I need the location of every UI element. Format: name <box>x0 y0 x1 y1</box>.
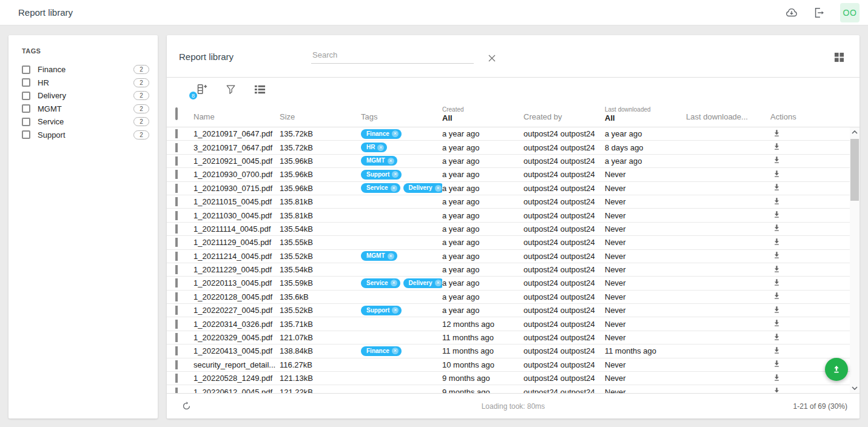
chip-remove-icon[interactable]: × <box>388 158 394 164</box>
table-row[interactable]: 1_20210921_0045.pdf 135.96kB MGMT× a yea… <box>167 155 860 168</box>
row-checkbox[interactable] <box>175 346 178 355</box>
download-icon[interactable] <box>772 155 782 166</box>
row-checkbox[interactable] <box>175 252 178 261</box>
download-icon[interactable] <box>772 291 782 301</box>
tag-checkbox[interactable] <box>22 130 30 139</box>
table-row[interactable]: security_report_detail... 116.27kB 10 mo… <box>167 358 860 372</box>
col-tags[interactable]: Tags <box>361 112 442 127</box>
table-row[interactable]: 3_20210917_0647.pdf 135.72kB HR× a year … <box>167 141 860 154</box>
row-checkbox[interactable] <box>175 170 178 179</box>
table-row[interactable]: 1_20220113_0045.pdf 135.59kB Service×Del… <box>167 277 860 290</box>
table-row[interactable]: 1_20220329_0045.pdf 121.07kB 11 months a… <box>167 331 860 345</box>
close-icon[interactable] <box>485 51 499 66</box>
download-icon[interactable] <box>772 250 782 261</box>
chip-remove-icon[interactable]: × <box>392 171 399 178</box>
chip-remove-icon[interactable]: × <box>391 185 397 192</box>
download-icon[interactable] <box>772 128 782 139</box>
download-icon[interactable] <box>772 345 782 356</box>
tag-chip[interactable]: Delivery× <box>403 278 442 288</box>
col-size[interactable]: Size <box>280 112 361 127</box>
tag-checkbox[interactable] <box>22 118 30 126</box>
tag-chip[interactable]: MGMT× <box>361 251 397 261</box>
tag-chip[interactable]: HR× <box>361 143 387 152</box>
table-row[interactable]: 1_20210930_0715.pdf 135.96kB Service×Del… <box>167 182 860 195</box>
download-icon[interactable] <box>772 223 782 234</box>
row-checkbox[interactable] <box>175 374 178 383</box>
table-row[interactable]: 1_20220528_1249.pdf 121.13kB 9 months ag… <box>167 372 860 385</box>
chip-remove-icon[interactable]: × <box>435 280 442 286</box>
row-checkbox[interactable] <box>175 292 178 301</box>
table-row[interactable]: 1_20211229_0045.pdf 135.54kB a year ago … <box>167 263 860 277</box>
tag-chip[interactable]: Support× <box>361 170 402 180</box>
row-checkbox[interactable] <box>175 197 178 206</box>
download-icon[interactable] <box>772 372 782 383</box>
tag-chip[interactable]: MGMT× <box>361 156 397 166</box>
search-input[interactable] <box>311 49 474 64</box>
table-row[interactable]: 1_20220413_0045.pdf 138.84kB Finance× 11… <box>167 345 860 358</box>
tag-chip[interactable]: Service× <box>361 278 400 288</box>
download-icon[interactable] <box>772 318 782 329</box>
tag-checkbox[interactable] <box>22 104 30 113</box>
table-row[interactable]: 1_20220314_0326.pdf 135.71kB 12 months a… <box>167 317 860 331</box>
table-row[interactable]: 1_20210930_0700.pdf 135.96kB Support× a … <box>167 168 860 181</box>
refresh-icon[interactable] <box>179 399 193 414</box>
upload-button[interactable] <box>825 358 848 381</box>
table-row[interactable]: 1_20220612_0045.pdf 121.22kB 9 months ag… <box>167 385 860 393</box>
filter-icon[interactable] <box>224 82 237 96</box>
download-icon[interactable] <box>772 182 782 193</box>
scroll-up-icon[interactable] <box>850 127 860 137</box>
select-all-checkbox[interactable] <box>175 107 178 120</box>
download-icon[interactable] <box>772 169 782 180</box>
grid-view-icon[interactable] <box>832 50 846 64</box>
tag-checkbox[interactable] <box>22 92 30 100</box>
row-checkbox[interactable] <box>175 184 178 193</box>
vertical-scrollbar[interactable] <box>850 127 860 393</box>
download-icon[interactable] <box>772 358 782 369</box>
chip-remove-icon[interactable]: × <box>377 144 384 151</box>
tag-chip[interactable]: Finance× <box>361 129 402 139</box>
download-icon[interactable] <box>772 196 782 207</box>
download-icon[interactable] <box>772 264 782 275</box>
row-checkbox[interactable] <box>175 320 178 329</box>
tag-chip[interactable]: Support× <box>361 306 402 315</box>
row-checkbox[interactable] <box>175 129 178 138</box>
scrollbar-thumb[interactable] <box>850 139 859 201</box>
col-last-downloaded-by[interactable]: Last downloade... <box>686 112 770 127</box>
table-row[interactable]: 1_20211114_0045.pdf 135.54kB a year ago … <box>167 223 860 236</box>
last-downloaded-filter-value[interactable]: All <box>605 113 686 123</box>
download-icon[interactable] <box>772 386 782 393</box>
table-row[interactable]: 1_20220128_0045.pdf 135.6kB a year ago o… <box>167 291 860 304</box>
cloud-download-icon[interactable] <box>784 5 799 20</box>
chip-remove-icon[interactable]: × <box>388 253 394 260</box>
table-row[interactable]: 1_20211214_0045.pdf 135.52kB MGMT× a yea… <box>167 250 860 263</box>
tag-chip[interactable]: Delivery× <box>403 183 442 193</box>
chip-remove-icon[interactable]: × <box>391 280 397 286</box>
tag-chip[interactable]: Finance× <box>361 346 402 356</box>
row-checkbox[interactable] <box>175 238 178 247</box>
row-checkbox[interactable] <box>175 278 178 287</box>
created-filter-value[interactable]: All <box>442 113 523 123</box>
row-checkbox[interactable] <box>175 156 178 166</box>
download-icon[interactable] <box>772 237 782 247</box>
list-view-icon[interactable] <box>253 82 266 96</box>
table-row[interactable]: 1_20210917_0647.pdf 135.72kB Finance× a … <box>167 127 860 141</box>
download-icon[interactable] <box>772 277 782 288</box>
row-checkbox[interactable] <box>175 360 178 369</box>
row-checkbox[interactable] <box>175 265 178 274</box>
chip-remove-icon[interactable]: × <box>392 307 399 314</box>
table-row[interactable]: 1_20220227_0045.pdf 135.52kB Support× a … <box>167 304 860 317</box>
col-created[interactable]: Created All <box>442 106 523 127</box>
col-last-downloaded[interactable]: Last downloaded All <box>605 106 686 127</box>
logout-icon[interactable] <box>812 5 827 20</box>
row-checkbox[interactable] <box>175 224 178 234</box>
download-icon[interactable] <box>772 304 782 315</box>
download-icon[interactable] <box>772 141 782 152</box>
col-created-by[interactable]: Created by <box>523 112 605 127</box>
columns-icon[interactable]: 8 <box>195 82 208 96</box>
tag-chip[interactable]: Service× <box>361 183 400 193</box>
row-checkbox[interactable] <box>175 333 178 342</box>
table-row[interactable]: 1_20211015_0045.pdf 135.81kB a year ago … <box>167 195 860 209</box>
chip-remove-icon[interactable]: × <box>392 130 399 137</box>
download-icon[interactable] <box>772 332 782 343</box>
row-checkbox[interactable] <box>175 211 178 220</box>
